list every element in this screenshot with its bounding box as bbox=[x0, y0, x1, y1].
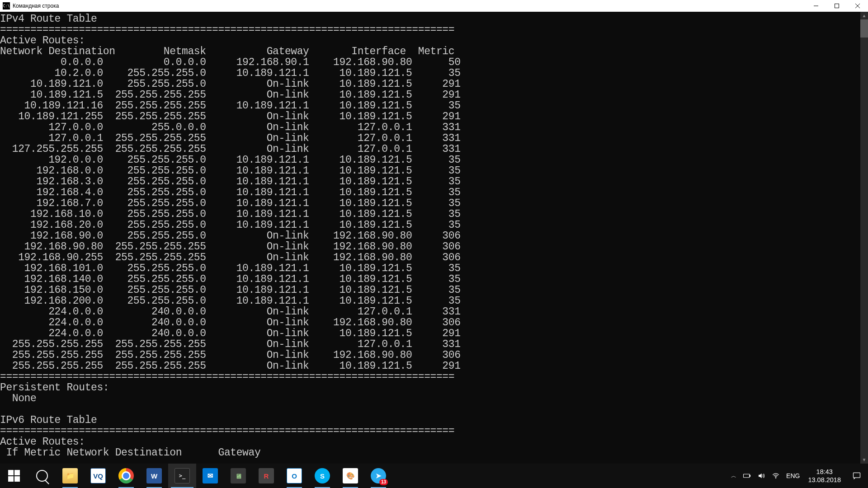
taskbar-file-explorer[interactable]: 📁 bbox=[56, 464, 84, 488]
telegram-badge: 13 bbox=[379, 479, 388, 485]
system-tray: ︿ ENG bbox=[727, 464, 803, 488]
close-button[interactable] bbox=[847, 0, 868, 12]
volume-icon[interactable] bbox=[757, 472, 765, 480]
taskbar-paint[interactable]: 🎨 bbox=[336, 464, 364, 488]
clock-time: 18:43 bbox=[808, 468, 841, 476]
tray-overflow-icon[interactable]: ︿ bbox=[731, 472, 736, 480]
word-icon: W bbox=[146, 468, 162, 483]
taskbar-word[interactable]: W bbox=[140, 464, 168, 488]
mail-icon: ✉ bbox=[203, 468, 218, 483]
start-button[interactable] bbox=[0, 464, 28, 488]
svg-rect-7 bbox=[854, 473, 860, 478]
taskbar-clock[interactable]: 18:43 13.08.2018 bbox=[803, 464, 845, 488]
terminal-viewport[interactable]: IPv4 Route Table =======================… bbox=[0, 12, 868, 464]
taskbar-vnc[interactable]: VQ bbox=[84, 464, 112, 488]
clock-date: 13.08.2018 bbox=[808, 476, 841, 484]
chrome-icon bbox=[118, 468, 134, 483]
search-button[interactable] bbox=[28, 464, 56, 488]
svg-rect-5 bbox=[750, 475, 750, 477]
taskbar: 📁 VQ W >_ ✉ 🖥 R O S 🎨 ➤ 13 ︿ ENG bbox=[0, 464, 868, 488]
wifi-icon[interactable] bbox=[772, 472, 780, 480]
vmware-icon: 🖥 bbox=[231, 468, 246, 483]
taskbar-revit[interactable]: R bbox=[252, 464, 280, 488]
vnc-icon: VQ bbox=[90, 468, 106, 483]
windows-logo-icon bbox=[8, 470, 20, 482]
minimize-button[interactable] bbox=[806, 0, 826, 12]
folder-icon: 📁 bbox=[62, 468, 78, 483]
battery-icon[interactable] bbox=[743, 472, 751, 480]
taskbar-skype[interactable]: S bbox=[308, 464, 336, 488]
scrollbar-up-icon[interactable]: ▲ bbox=[860, 12, 868, 19]
telegram-icon: ➤ 13 bbox=[371, 468, 386, 483]
taskbar-outlook[interactable]: O bbox=[280, 464, 308, 488]
revit-icon: R bbox=[259, 468, 274, 483]
window-title: Командная строка bbox=[13, 3, 59, 9]
scrollbar-down-icon[interactable]: ▼ bbox=[860, 456, 868, 464]
paint-icon: 🎨 bbox=[343, 468, 358, 483]
scrollbar[interactable]: ▲ ▼ bbox=[860, 12, 868, 464]
titlebar: C:\ Командная строка bbox=[0, 0, 868, 12]
taskbar-telegram[interactable]: ➤ 13 bbox=[364, 464, 392, 488]
svg-point-6 bbox=[775, 478, 776, 479]
terminal-output: IPv4 Route Table =======================… bbox=[0, 12, 868, 458]
taskbar-chrome[interactable] bbox=[112, 464, 140, 488]
search-icon bbox=[36, 470, 48, 482]
taskbar-vmware[interactable]: 🖥 bbox=[224, 464, 252, 488]
notification-icon bbox=[852, 471, 861, 480]
cmd-icon: >_ bbox=[175, 468, 190, 483]
svg-rect-1 bbox=[835, 4, 839, 8]
taskbar-mail[interactable]: ✉ bbox=[196, 464, 224, 488]
cmd-app-icon: C:\ bbox=[3, 2, 10, 9]
maximize-button[interactable] bbox=[826, 0, 847, 12]
taskbar-cmd[interactable]: >_ bbox=[168, 464, 196, 488]
language-indicator[interactable]: ENG bbox=[786, 472, 800, 479]
skype-icon: S bbox=[315, 468, 330, 483]
svg-rect-4 bbox=[744, 474, 750, 478]
action-center-button[interactable] bbox=[845, 464, 868, 488]
outlook-icon: O bbox=[287, 468, 302, 483]
scrollbar-thumb[interactable] bbox=[860, 19, 868, 38]
